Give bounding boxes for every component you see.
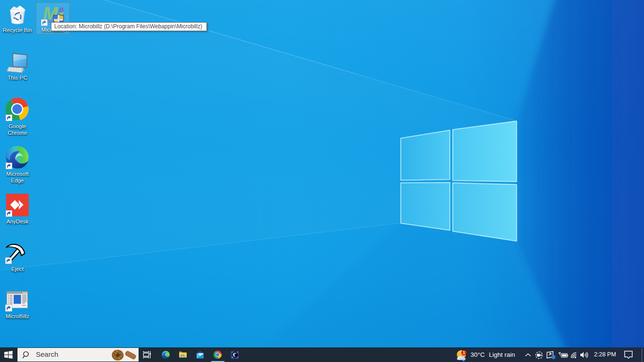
svg-text:1: 1 — [463, 350, 465, 355]
